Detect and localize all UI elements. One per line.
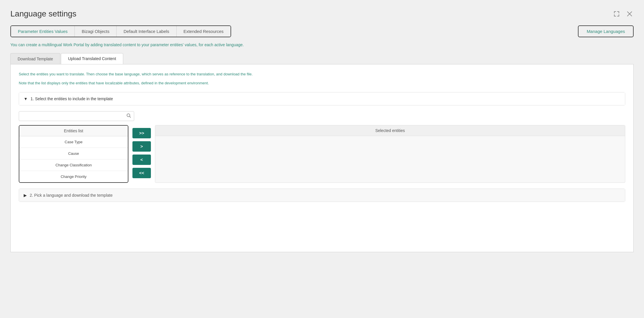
entities-list-header: Entities list bbox=[19, 126, 128, 136]
content-description-line1: Select the entities you want to translat… bbox=[19, 71, 625, 77]
section2-label: 2. Pick a language and download the temp… bbox=[30, 193, 113, 198]
list-item[interactable]: Change Priority bbox=[19, 171, 128, 182]
page-description: You can create a multilingual Work Porta… bbox=[10, 42, 634, 48]
search-wrap bbox=[19, 111, 134, 121]
manage-languages-button[interactable]: Manage Languages bbox=[578, 25, 634, 37]
language-settings-dialog: Language settings Parameter Entities Va bbox=[0, 0, 644, 318]
search-input[interactable] bbox=[22, 114, 125, 118]
section2-header[interactable]: ▶ 2. Pick a language and download the te… bbox=[19, 189, 625, 202]
section1-chevron-icon: ▼ bbox=[24, 96, 28, 101]
list-item[interactable]: Change Classification bbox=[19, 159, 128, 171]
dialog-title-icons bbox=[612, 10, 634, 18]
tab-parameter-entities[interactable]: Parameter Entities Values bbox=[11, 26, 75, 37]
section1-label: 1. Select the entities to include in the… bbox=[31, 96, 113, 101]
tab-upload-translated[interactable]: Upload Translated Content bbox=[61, 53, 123, 64]
transfer-buttons: >> > < << bbox=[132, 125, 151, 178]
move-right-button[interactable]: > bbox=[132, 141, 151, 152]
top-tab-row: Parameter Entities Values Bizagi Objects… bbox=[10, 25, 634, 37]
move-all-left-button[interactable]: << bbox=[132, 168, 151, 178]
search-row bbox=[19, 111, 625, 121]
svg-point-2 bbox=[127, 114, 130, 117]
list-item[interactable]: Case Type bbox=[19, 136, 128, 148]
tab-bizagi-objects[interactable]: Bizagi Objects bbox=[75, 26, 117, 37]
section1-accordion: ▼ 1. Select the entities to include in t… bbox=[19, 92, 625, 105]
close-icon[interactable] bbox=[626, 10, 634, 18]
dialog-title-row: Language settings bbox=[10, 9, 634, 18]
svg-line-3 bbox=[130, 116, 131, 118]
tab-extended-resources[interactable]: Extended Resources bbox=[177, 26, 231, 37]
move-left-button[interactable]: < bbox=[132, 155, 151, 165]
list-item[interactable]: Cause bbox=[19, 148, 128, 159]
move-all-right-button[interactable]: >> bbox=[132, 128, 151, 138]
selected-entities-box: Selected entities bbox=[155, 125, 625, 183]
dialog-title: Language settings bbox=[10, 9, 76, 18]
entities-list-box: Entities list Case Type Cause Change Cla… bbox=[19, 125, 128, 183]
main-tab-group: Parameter Entities Values Bizagi Objects… bbox=[10, 25, 231, 37]
selected-entities-header: Selected entities bbox=[155, 125, 625, 136]
tab-download-template[interactable]: Download Template bbox=[10, 53, 60, 64]
expand-icon[interactable] bbox=[612, 10, 621, 18]
content-area: Select the entities you want to translat… bbox=[10, 64, 634, 252]
entity-transfer-area: Entities list Case Type Cause Change Cla… bbox=[19, 125, 625, 183]
tab-default-interface[interactable]: Default Interface Labels bbox=[117, 26, 176, 37]
search-icon bbox=[126, 113, 131, 119]
section2-accordion: ▶ 2. Pick a language and download the te… bbox=[19, 189, 625, 202]
content-description-line2: Note that the list displays only the ent… bbox=[19, 80, 625, 86]
sub-tab-row: Download Template Upload Translated Cont… bbox=[10, 53, 634, 64]
section2-chevron-icon: ▶ bbox=[24, 193, 27, 198]
section1-header[interactable]: ▼ 1. Select the entities to include in t… bbox=[19, 92, 625, 105]
